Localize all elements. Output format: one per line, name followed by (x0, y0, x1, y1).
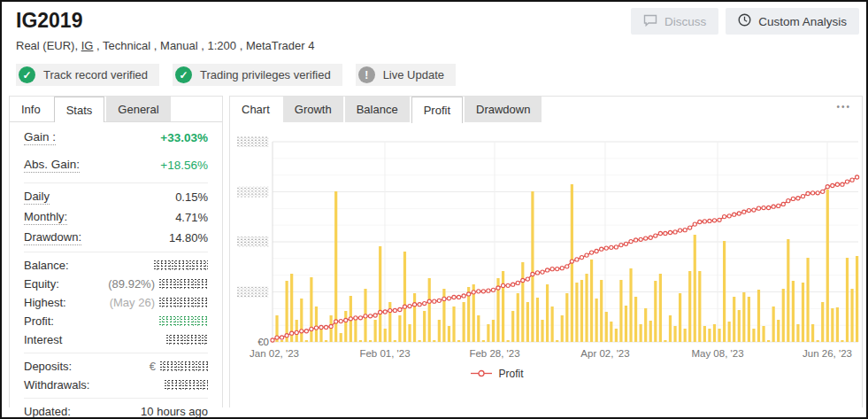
badge-label: Track record verified (43, 68, 148, 81)
stat-row: Monthly:4.71% (24, 207, 208, 228)
page-title: IG2019 (16, 9, 82, 33)
chart-legend: Profit (181, 368, 813, 380)
header-actions: Discuss Custom Analysis (631, 8, 859, 35)
masked-value (158, 278, 208, 290)
stat-value-prefix: (May 26) (110, 296, 155, 309)
masked-y-tick (237, 237, 269, 247)
badge-label: Trading privileges verified (200, 68, 331, 81)
chart-area: €0Jan 02, '23Feb 01, '23Feb 28, '23Apr 0… (230, 122, 862, 365)
x-axis-tick-label: Apr 02, '23 (580, 348, 629, 359)
stat-label: Interest (24, 333, 62, 346)
chart-panel: ChartGrowthBalanceProfitDrawdown••• €0Ja… (229, 96, 863, 407)
stat-row: Drawdown:14.80% (24, 228, 208, 248)
stat-label[interactable]: Daily (24, 190, 50, 205)
stat-value (165, 334, 208, 345)
chart-tabs: ChartGrowthBalanceProfitDrawdown••• (230, 97, 862, 122)
discuss-button[interactable]: Discuss (631, 8, 718, 35)
x-axis-tick-label: Jun 26, '23 (803, 348, 852, 359)
chart-options-menu-icon[interactable]: ••• (836, 97, 862, 122)
chart-tab-growth[interactable]: Growth (283, 97, 343, 122)
masked-y-tick (237, 187, 269, 198)
discuss-icon (643, 14, 657, 29)
stat-value: 14.80% (169, 231, 208, 244)
x-axis-tick-label: May 08, '23 (691, 348, 743, 359)
stat-row: Balance: (24, 252, 208, 275)
stats-sidebar: InfoStatsGeneral Gain :+33.03%Abs. Gain:… (9, 96, 223, 407)
chart-tab-chart[interactable]: Chart (230, 97, 281, 122)
sidebar-tab-info[interactable]: Info (10, 97, 52, 121)
clock-icon (738, 13, 751, 29)
x-axis-tick-label: Feb 01, '23 (359, 348, 410, 359)
masked-value (158, 315, 208, 327)
chart-tab-drawdown[interactable]: Drawdown (465, 97, 542, 122)
stat-label[interactable]: Drawdown: (24, 230, 81, 245)
stat-value (153, 260, 208, 271)
custom-analysis-label: Custom Analysis (758, 15, 847, 28)
stat-value-text: +18.56% (160, 159, 208, 172)
profit-chart[interactable]: €0Jan 02, '23Feb 01, '23Feb 28, '23Apr 0… (230, 122, 862, 361)
stat-row: Profit: (24, 312, 208, 330)
stat-row: Abs. Gain:+18.56% (24, 151, 208, 179)
stat-label: Updated: (24, 405, 71, 418)
stat-row: Gain :+33.03% (24, 124, 208, 151)
stat-row: Equity:(89.92%) (24, 275, 208, 293)
stat-label: Highest: (24, 296, 66, 309)
subtitle-prefix: Real (EUR), (16, 39, 81, 52)
masked-value (165, 334, 208, 345)
masked-value (158, 297, 208, 308)
main-content: InfoStatsGeneral Gain :+33.03%Abs. Gain:… (2, 96, 866, 407)
page: IG2019 Discuss Custom Analysis Real (EUR… (0, 0, 868, 419)
stat-value: (89.92%) (108, 277, 208, 291)
stat-value-text: 14.80% (169, 231, 208, 244)
sidebar-tab-stats[interactable]: Stats (54, 97, 105, 122)
chart-tab-balance[interactable]: Balance (345, 97, 410, 122)
stat-value: +18.56% (160, 159, 208, 172)
subtitle-suffix: , Technical , Manual , 1:200 , MetaTrade… (93, 39, 314, 52)
stat-row: Interest (24, 330, 208, 349)
stat-value-text: 10 hours ago (141, 405, 208, 418)
stat-value-text: 0.15% (175, 190, 208, 204)
stat-value-text: +33.03% (160, 131, 208, 144)
exclamation-icon: ! (358, 66, 375, 83)
stat-label: Profit: (24, 314, 54, 328)
badge-trading-privileges: ✓ Trading privileges verified (173, 64, 342, 86)
x-axis-tick-label: Feb 28, '23 (469, 348, 519, 359)
badge-label: Live Update (383, 68, 444, 81)
check-icon: ✓ (175, 66, 192, 83)
stat-value: 4.71% (175, 211, 208, 224)
stat-value: 0.15% (175, 190, 208, 204)
check-icon: ✓ (19, 66, 35, 83)
masked-value (164, 379, 208, 391)
stat-label: Withdrawals: (24, 378, 89, 392)
masked-y-tick (237, 136, 269, 147)
stat-label: Equity: (24, 277, 59, 291)
sidebar-tabs: InfoStatsGeneral (10, 97, 222, 122)
stat-row: Updated:10 hours ago (24, 398, 208, 419)
stat-label[interactable]: Abs. Gain: (24, 158, 80, 173)
stat-label: Balance: (24, 259, 69, 272)
chart-tab-profit[interactable]: Profit (411, 97, 463, 123)
discuss-label: Discuss (664, 15, 706, 28)
stat-label[interactable]: Gain : (24, 130, 56, 145)
stat-value-text: 4.71% (175, 211, 208, 224)
account-subtitle: Real (EUR), IG , Technical , Manual , 1:… (16, 39, 859, 52)
stat-row: Withdrawals: (24, 376, 208, 394)
stat-value-prefix: € (150, 360, 156, 373)
x-axis-tick-label: Jan 02, '23 (250, 348, 299, 359)
sidebar-tab-general[interactable]: General (106, 97, 170, 121)
stat-label: Deposits: (24, 360, 72, 373)
stat-value (158, 315, 208, 327)
badge-track-record: ✓ Track record verified (16, 64, 159, 86)
stat-value-prefix: (89.92%) (108, 277, 155, 291)
grid-group (273, 142, 858, 342)
bars-group (275, 184, 858, 342)
broker-link[interactable]: IG (81, 39, 94, 52)
legend-line-marker-icon (471, 368, 492, 380)
y-axis-zero-label: €0 (257, 337, 269, 347)
stat-row: Highest:(May 26) (24, 293, 208, 312)
stat-label[interactable]: Monthly: (24, 210, 67, 225)
verification-badges: ✓ Track record verified ✓ Trading privil… (16, 64, 859, 86)
custom-analysis-button[interactable]: Custom Analysis (726, 8, 859, 35)
masked-value (153, 260, 208, 271)
masked-y-tick (237, 287, 269, 298)
